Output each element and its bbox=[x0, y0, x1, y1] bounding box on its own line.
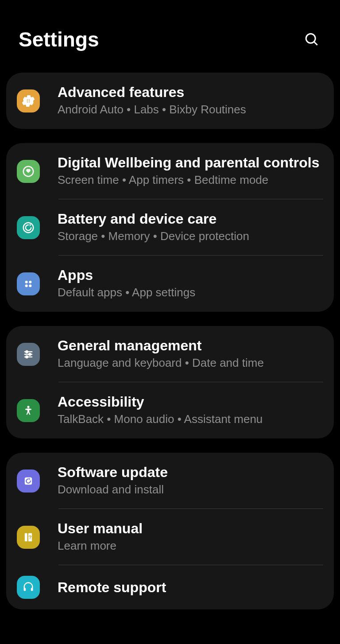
advanced-features-icon bbox=[17, 89, 40, 113]
svg-rect-20 bbox=[24, 588, 26, 591]
apps-icon bbox=[17, 272, 40, 295]
settings-list: Advanced features Android Auto • Labs • … bbox=[0, 73, 340, 609]
item-digital-wellbeing[interactable]: Digital Wellbeing and parental controls … bbox=[6, 143, 334, 199]
search-icon bbox=[304, 31, 320, 47]
item-general-management[interactable]: General management Language and keyboard… bbox=[6, 326, 334, 382]
item-subtitle: Language and keyboard • Date and time bbox=[58, 354, 321, 372]
item-user-manual[interactable]: ? User manual Learn more bbox=[6, 509, 334, 565]
settings-group: Digital Wellbeing and parental controls … bbox=[6, 143, 334, 312]
svg-point-0 bbox=[306, 34, 315, 43]
item-subtitle: Android Auto • Labs • Bixby Routines bbox=[58, 101, 321, 118]
svg-point-7 bbox=[25, 284, 28, 287]
sliders-icon bbox=[17, 343, 40, 366]
svg-rect-21 bbox=[31, 588, 33, 591]
item-subtitle: Storage • Memory • Device protection bbox=[58, 228, 321, 245]
item-label: Digital Wellbeing and parental controls bbox=[58, 154, 321, 171]
settings-group: Advanced features Android Auto • Labs • … bbox=[6, 73, 334, 129]
item-apps[interactable]: Apps Default apps • App settings bbox=[6, 256, 334, 312]
settings-group: General management Language and keyboard… bbox=[6, 326, 334, 438]
svg-point-12 bbox=[26, 350, 28, 353]
svg-point-13 bbox=[29, 353, 31, 355]
svg-line-1 bbox=[314, 42, 317, 45]
manual-icon: ? bbox=[17, 526, 40, 549]
item-label: Remote support bbox=[58, 578, 321, 596]
svg-point-5 bbox=[25, 280, 28, 283]
item-accessibility[interactable]: Accessibility TalkBack • Mono audio • As… bbox=[6, 382, 334, 438]
item-subtitle: Download and install bbox=[58, 481, 321, 498]
svg-rect-17 bbox=[25, 533, 27, 541]
settings-group: Software update Download and install ? U… bbox=[6, 453, 334, 609]
item-remote-support[interactable]: Remote support bbox=[6, 565, 334, 609]
item-label: Accessibility bbox=[58, 393, 321, 411]
svg-point-6 bbox=[29, 280, 31, 283]
accessibility-icon bbox=[17, 399, 40, 422]
page-title: Settings bbox=[19, 27, 99, 51]
item-subtitle: Screen time • App timers • Bedtime mode bbox=[58, 171, 321, 189]
item-label: Battery and device care bbox=[58, 210, 321, 228]
update-icon bbox=[17, 469, 40, 493]
svg-point-14 bbox=[26, 356, 28, 358]
search-button[interactable] bbox=[302, 30, 321, 49]
svg-text:?: ? bbox=[29, 534, 32, 539]
item-advanced-features[interactable]: Advanced features Android Auto • Labs • … bbox=[6, 73, 334, 129]
item-label: User manual bbox=[58, 520, 321, 537]
item-label: Apps bbox=[58, 266, 321, 284]
item-label: Advanced features bbox=[58, 83, 321, 101]
svg-point-15 bbox=[27, 406, 29, 408]
header: Settings bbox=[0, 0, 340, 73]
headset-icon bbox=[17, 576, 40, 599]
svg-point-4 bbox=[23, 222, 34, 233]
svg-point-8 bbox=[29, 284, 31, 287]
item-battery-device-care[interactable]: Battery and device care Storage • Memory… bbox=[6, 199, 334, 256]
item-software-update[interactable]: Software update Download and install bbox=[6, 453, 334, 509]
battery-care-icon bbox=[17, 216, 40, 239]
item-subtitle: Learn more bbox=[58, 537, 321, 555]
wellbeing-icon bbox=[17, 160, 40, 183]
item-label: Software update bbox=[58, 463, 321, 481]
item-subtitle: TalkBack • Mono audio • Assistant menu bbox=[58, 411, 321, 428]
item-subtitle: Default apps • App settings bbox=[58, 284, 321, 301]
item-label: General management bbox=[58, 337, 321, 354]
